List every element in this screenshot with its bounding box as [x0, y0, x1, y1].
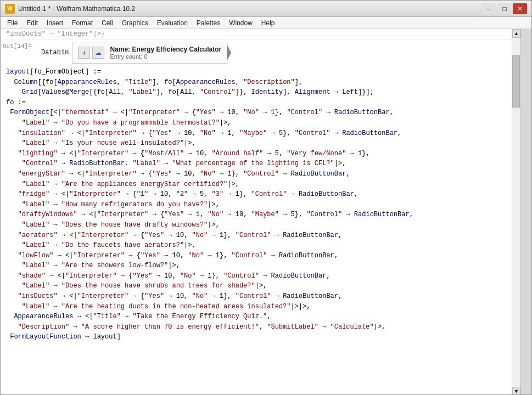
code-line: Column[{fo[AppearanceRules, "Title"], fo… — [6, 77, 506, 88]
code-line: "Label" → "Does the house have shrubs an… — [6, 281, 506, 291]
code-line: "lowFlow" → <|"Interpreter" → {"Yes" → 1… — [6, 251, 506, 261]
menu-insert[interactable]: Insert — [42, 18, 68, 28]
databin-keyword: Databin — [41, 49, 69, 57]
window-controls: ─ □ ✕ — [482, 3, 527, 14]
code-line: AppearanceRules → <|"Title" → "Take the … — [6, 312, 506, 322]
code-line: layout[fo_FormObject] := — [6, 67, 506, 77]
scroll-up-button[interactable]: ▲ — [512, 29, 520, 38]
databin-icons: + ☁ — [78, 47, 104, 59]
code-line: "insDucts" → <|"Interpreter" → {"Yes" → … — [6, 291, 506, 302]
code-line: "Label" → "Are the appliances energyStar… — [6, 179, 506, 190]
minimize-button[interactable]: ─ — [482, 3, 496, 14]
menu-file[interactable]: File — [3, 18, 22, 28]
output-row: Out[14]= Databin + ☁ Name: Energy Effici… — [1, 40, 512, 66]
databin-cloud-icon[interactable]: ☁ — [92, 47, 104, 59]
scroll-track — [512, 38, 520, 387]
code-line: "aerators" → <|"Interpreter" → {"Yes" → … — [6, 230, 506, 241]
code-line: "shade" → <|"Interpreter" → {"Yes" → 10,… — [6, 271, 506, 281]
code-line: "insulation" → <|"Interpreter" → {"Yes" … — [6, 128, 506, 139]
main-area: "insDucts" → "Integer"|>} Out[14]= Datab… — [1, 29, 531, 395]
code-line: "Label" → "Is your house well-insulated?… — [6, 138, 506, 149]
code-line: "Label" → "How many refrigerators do you… — [6, 200, 506, 210]
code-line: "fridge" → <|"Interpreter" → {"1" → 10, … — [6, 189, 506, 200]
code-line: "Description" → "A score higher than 70 … — [6, 322, 506, 332]
code-line: "energyStar" → <|"Interpreter" → {"Yes" … — [6, 169, 506, 179]
code-area[interactable]: layout[fo_FormObject] := Column[{fo[Appe… — [1, 66, 512, 343]
code-line: "Label" → "Do you have a programmable th… — [6, 118, 506, 128]
menu-cell[interactable]: Cell — [97, 18, 117, 28]
code-line: "draftyWindows" → <|"Interpreter" → {"Ye… — [6, 210, 506, 220]
code-line: "Label" → "Do the faucets have aerators?… — [6, 240, 506, 251]
code-line: "Control" → RadioButtonBar, "Label" → "W… — [6, 159, 506, 169]
notebook-content: "insDucts" → "Integer"|>} Out[14]= Datab… — [1, 29, 512, 395]
databin-count-row: Entry count: 0 — [110, 53, 221, 60]
right-margin-band — [520, 29, 531, 395]
output-label: Out[14]= — [3, 42, 41, 49]
menu-evaluation[interactable]: Evaluation — [153, 18, 192, 28]
code-line: FormLayoutFunction → layout] — [6, 332, 506, 342]
menu-edit[interactable]: Edit — [22, 18, 42, 28]
code-line: Grid[Values@Merge[{fo[All, "Label"], fo[… — [6, 87, 506, 98]
title-bar: W Untitled-1 * - Wolfram Mathematica 10.… — [1, 1, 531, 17]
top-code-snippet: "insDucts" → "Integer"|>} — [1, 29, 512, 40]
code-line: "lighting" → <|"Interpreter" → {"Most/Al… — [6, 149, 506, 159]
vertical-scrollbar: ▲ ▼ — [512, 29, 520, 395]
maximize-button[interactable]: □ — [497, 3, 512, 14]
menu-format[interactable]: Format — [68, 18, 97, 28]
menu-bar: File Edit Insert Format Cell Graphics Ev… — [1, 17, 531, 29]
code-line: fo := — [6, 98, 506, 108]
widget-arrow — [227, 44, 231, 61]
scroll-down-button[interactable]: ▼ — [512, 387, 520, 395]
code-line: FormObject[<|"thermostat" → <|"Interpret… — [6, 108, 506, 118]
menu-window[interactable]: Window — [225, 18, 257, 28]
code-line: "Label" → "Are the heating ducts in the … — [6, 302, 506, 312]
code-line: "Label" → "Are the showers low-flow?"|>, — [6, 261, 506, 271]
close-button[interactable]: ✕ — [513, 3, 527, 14]
window-title: Untitled-1 * - Wolfram Mathematica 10.2 — [18, 5, 482, 13]
databin-info: Name: Energy Efficiency Calculator Entry… — [110, 46, 221, 60]
databin-add-icon[interactable]: + — [78, 47, 90, 59]
code-line: "Label" → "Does the house have drafty wi… — [6, 220, 506, 230]
scroll-thumb[interactable] — [512, 55, 520, 108]
app-icon: W — [5, 4, 15, 14]
databin-name-value: Energy Efficiency Calculator — [132, 46, 221, 53]
menu-graphics[interactable]: Graphics — [117, 18, 153, 28]
menu-help[interactable]: Help — [257, 18, 279, 28]
menu-palettes[interactable]: Palettes — [192, 18, 225, 28]
databin-widget: + ☁ Name: Energy Efficiency Calculator E… — [72, 42, 227, 64]
databin-name-row: Name: Energy Efficiency Calculator — [110, 46, 221, 53]
